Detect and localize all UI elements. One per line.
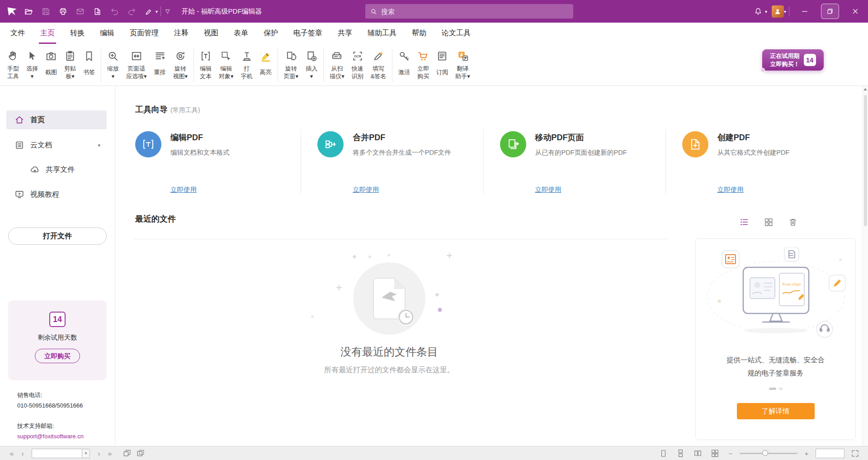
ribbon-tool-zoom[interactable]: 缩放▾: [104, 48, 123, 81]
notifications-button[interactable]: [751, 4, 765, 19]
card-move-pdf-pages[interactable]: 移动PDF页面 从已有的PDF页面创建新的PDF 立即使用: [483, 129, 665, 194]
menu-share[interactable]: 共享: [330, 23, 360, 44]
zoom-slider-track[interactable]: [740, 453, 797, 454]
scrollbar-thumb[interactable]: [864, 95, 867, 226]
ribbon-tool-edit-text[interactable]: 编辑文本: [196, 48, 215, 81]
carousel-dot-active[interactable]: [769, 388, 776, 390]
ribbon-tool-bookmark[interactable]: 书签: [80, 48, 99, 81]
ribbon-tool-page-fit[interactable]: 页面适应选项▾: [123, 48, 151, 81]
ribbon-tool-fill-sign[interactable]: 填写&签名: [367, 48, 390, 81]
user-avatar[interactable]: [772, 5, 784, 18]
ribbon-tool-reflow[interactable]: 重排: [151, 48, 170, 81]
menu-paper-tools[interactable]: 论文工具: [434, 23, 478, 44]
buy-now-button[interactable]: 立即购买: [35, 349, 80, 363]
menu-page-organize[interactable]: 页面管理: [122, 23, 166, 44]
zoom-in-button[interactable]: +: [801, 450, 812, 457]
card-merge-pdf[interactable]: 合并PDF 将多个文件合并生成一个PDF文件 立即使用: [301, 129, 483, 194]
ribbon-tool-rotate-pages[interactable]: 旋转页面▾: [280, 48, 302, 81]
sidebar-item-video-tutorials[interactable]: 视频教程: [6, 185, 107, 204]
first-page-button[interactable]: «: [6, 450, 17, 457]
clipboard-view-button[interactable]: [135, 448, 146, 459]
carousel-dot[interactable]: [779, 388, 783, 390]
export-button[interactable]: [90, 4, 104, 19]
ribbon-tool-scanner[interactable]: 从扫描仪▾: [326, 48, 348, 81]
search-box[interactable]: [365, 4, 573, 19]
single-page-view-button[interactable]: [658, 448, 669, 459]
account-caret-icon[interactable]: ▾: [784, 9, 786, 14]
sidebar-item-cloud-docs[interactable]: 云文档 ▾: [6, 136, 107, 155]
carousel-dots[interactable]: [696, 388, 855, 390]
menu-convert[interactable]: 转换: [62, 23, 92, 44]
zoom-slider[interactable]: [740, 450, 797, 456]
menu-accessibility[interactable]: 辅助工具: [360, 23, 404, 44]
notifications-caret-icon[interactable]: ▾: [765, 9, 767, 14]
ribbon-tool-translate[interactable]: A 翻译助手▾: [452, 48, 474, 81]
ribbon-tool-typewriter[interactable]: 打字机: [237, 48, 256, 81]
scroll-up-arrow-icon[interactable]: [863, 88, 867, 90]
menu-view[interactable]: 视图: [196, 23, 226, 44]
use-now-link[interactable]: 立即使用: [535, 185, 561, 194]
customize-quickbar-icon[interactable]: ▽: [165, 8, 170, 14]
snapshot-view-button[interactable]: [122, 448, 132, 459]
page-number-caret-icon[interactable]: ▾: [82, 449, 90, 458]
save-button[interactable]: [38, 4, 53, 19]
ribbon-tool-clipboard[interactable]: 剪贴板▾: [61, 48, 80, 81]
menu-file[interactable]: 文件: [3, 23, 33, 44]
card-edit-pdf[interactable]: 编辑PDF 编辑文档和文本格式 立即使用: [135, 129, 301, 194]
menu-home[interactable]: 主页: [33, 23, 62, 44]
use-now-link[interactable]: 立即使用: [170, 185, 197, 194]
cloud-docs-caret-icon[interactable]: ▾: [98, 142, 100, 148]
menu-esign[interactable]: 电子签章: [286, 23, 330, 44]
continuous-view-button[interactable]: [675, 448, 686, 459]
use-now-link[interactable]: 立即使用: [717, 185, 744, 194]
menu-help[interactable]: 帮助: [404, 23, 434, 44]
ribbon-tool-ocr[interactable]: OCR 快速识别: [348, 48, 367, 81]
open-file-sidebar-button[interactable]: 打开文件: [8, 228, 107, 245]
menu-form[interactable]: 表单: [226, 23, 256, 44]
last-page-button[interactable]: »: [104, 450, 115, 457]
sign-pen-button[interactable]: [142, 4, 156, 19]
restore-button[interactable]: [817, 0, 843, 23]
vertical-scrollbar[interactable]: [862, 86, 868, 446]
support-email-link[interactable]: support@foxitsoftware.cn: [17, 431, 84, 441]
minimize-button[interactable]: [792, 0, 817, 23]
ribbon-tool-insert[interactable]: 插入▾: [302, 48, 321, 81]
undo-button[interactable]: [107, 4, 122, 19]
grid-view-icon[interactable]: [764, 217, 774, 227]
menu-edit[interactable]: 编辑: [92, 23, 122, 44]
ribbon-tool-highlight[interactable]: 高亮: [256, 48, 275, 81]
search-input[interactable]: [381, 8, 569, 15]
sidebar-item-shared-files[interactable]: 共享文件: [6, 160, 107, 179]
redo-button[interactable]: [124, 4, 139, 19]
learn-more-button[interactable]: 了解详情: [737, 403, 815, 419]
ribbon-tool-rotate-view[interactable]: 旋转视图▾: [170, 48, 192, 81]
menu-comment[interactable]: 注释: [166, 23, 196, 44]
ribbon-tool-snapshot[interactable]: 截图: [42, 48, 61, 81]
page-number-input[interactable]: [32, 449, 82, 458]
sidebar-item-home[interactable]: 首页: [6, 110, 107, 129]
facing-view-button[interactable]: [692, 448, 703, 459]
facing-continuous-view-button[interactable]: [709, 448, 720, 459]
use-now-link[interactable]: 立即使用: [353, 185, 379, 194]
email-button[interactable]: [73, 4, 87, 19]
trash-icon[interactable]: [788, 217, 798, 227]
next-page-button[interactable]: ›: [94, 450, 104, 457]
ribbon-tool-select[interactable]: 选择▾: [23, 48, 42, 81]
ribbon-tool-buy-now[interactable]: 立即购买: [414, 48, 433, 81]
close-button[interactable]: [843, 0, 868, 23]
zoom-out-button[interactable]: −: [725, 450, 736, 457]
menu-protect[interactable]: 保护: [256, 23, 286, 44]
ribbon-tool-edit-object[interactable]: 编辑对象▾: [215, 48, 237, 81]
open-file-button[interactable]: [21, 4, 36, 19]
fullscreen-button[interactable]: [849, 448, 860, 459]
trial-buy-badge[interactable]: 正在试用期 立即购买！ 14: [762, 49, 824, 71]
print-button[interactable]: [56, 4, 70, 19]
ribbon-tool-hand[interactable]: 手型工具: [4, 48, 23, 81]
ribbon-tool-subscribe[interactable]: 订阅: [433, 48, 452, 81]
sign-pen-caret-icon[interactable]: ▾: [156, 9, 158, 14]
zoom-slider-handle[interactable]: [762, 450, 768, 456]
card-create-pdf[interactable]: 创建PDF 从其它格式文件创建PDF 立即使用: [665, 129, 848, 194]
list-view-icon[interactable]: [739, 217, 749, 227]
zoom-percent-input[interactable]: [816, 449, 844, 458]
ribbon-tool-activate[interactable]: 激活: [395, 48, 414, 81]
